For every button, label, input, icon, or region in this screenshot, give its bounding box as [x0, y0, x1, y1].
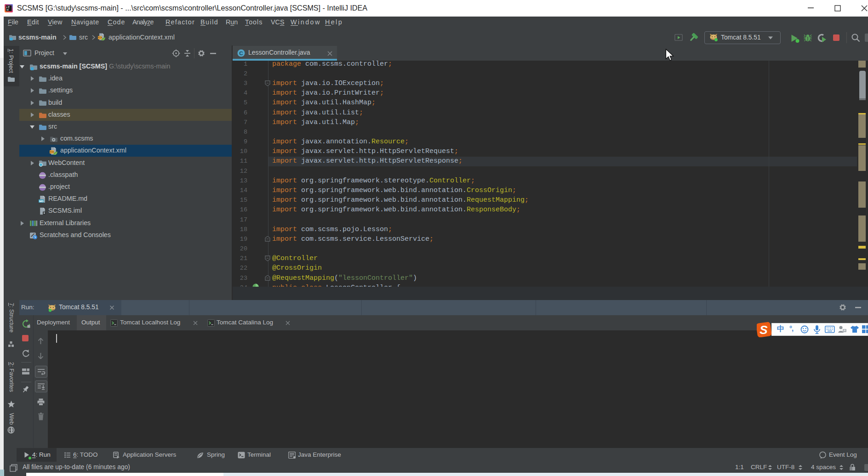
- svg-text:<>: <>: [98, 36, 102, 40]
- svg-text:S: S: [760, 323, 768, 337]
- svg-text:C: C: [239, 51, 243, 56]
- svg-text:MD: MD: [39, 200, 44, 203]
- svg-text:<>: <>: [50, 150, 54, 154]
